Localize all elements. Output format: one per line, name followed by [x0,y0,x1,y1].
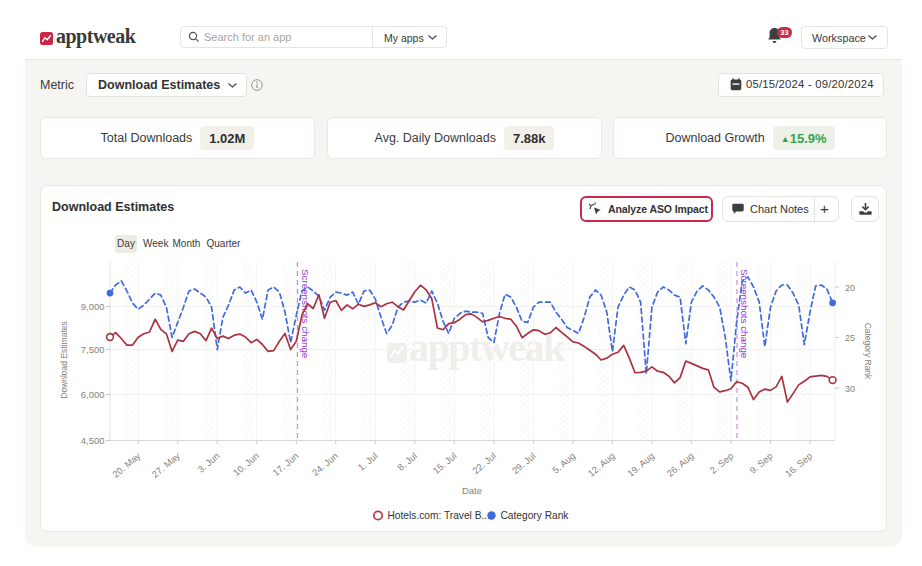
svg-text:26. Aug: 26. Aug [665,451,696,479]
svg-text:20. May: 20. May [111,451,143,480]
svg-text:Hotels.com: Travel B...: Hotels.com: Travel B... [388,510,490,521]
svg-text:Screenshots change: Screenshots change [739,269,750,359]
svg-text:2. Sep: 2. Sep [708,451,735,476]
svg-text:29. Jul: 29. Jul [510,451,537,476]
svg-text:3. Jun: 3. Jun [196,451,222,475]
svg-text:1. Jul: 1. Jul [356,451,379,473]
svg-text:Download Estimates: Download Estimates [59,321,69,398]
svg-text:7,500: 7,500 [81,344,105,355]
svg-text:12. Aug: 12. Aug [586,451,617,479]
svg-text:9. Sep: 9. Sep [748,451,775,476]
svg-text:30: 30 [845,384,855,394]
svg-text:5. Aug: 5. Aug [551,451,578,476]
svg-text:22. Jul: 22. Jul [471,451,498,476]
svg-text:4,500: 4,500 [81,435,105,446]
svg-text:16. Sep: 16. Sep [783,451,814,479]
svg-text:27. May: 27. May [150,451,182,480]
svg-text:15. Jul: 15. Jul [431,451,458,476]
svg-text:10. Jun: 10. Jun [231,451,261,478]
svg-text:17. Jun: 17. Jun [271,451,301,478]
svg-text:20: 20 [845,283,855,293]
svg-text:24. Jun: 24. Jun [310,451,340,478]
svg-text:25: 25 [845,333,855,343]
svg-text:19. Aug: 19. Aug [626,451,657,479]
svg-text:9,000: 9,000 [81,301,105,312]
svg-text:6,000: 6,000 [81,389,105,400]
svg-text:Category Rank: Category Rank [501,510,570,521]
svg-text:Category Rank: Category Rank [863,323,873,380]
svg-text:8. Jul: 8. Jul [396,451,419,473]
svg-text:Date: Date [462,485,482,496]
svg-text:Screenshots change: Screenshots change [300,269,311,359]
